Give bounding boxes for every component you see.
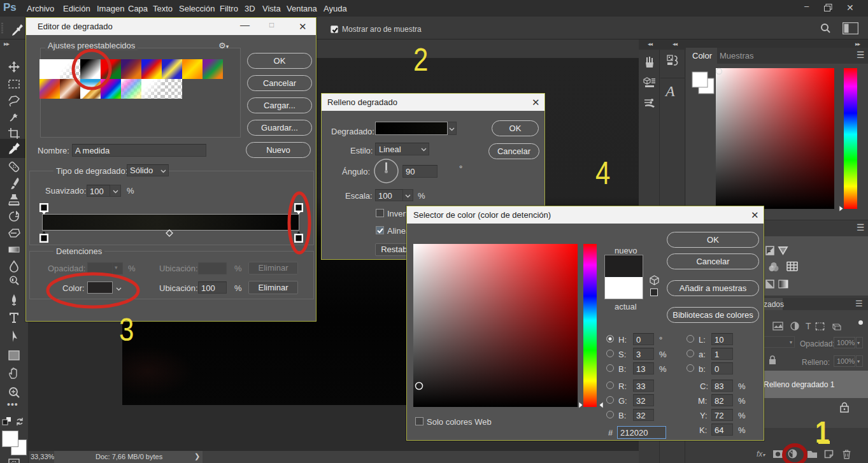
- svg-text:T: T: [806, 321, 811, 331]
